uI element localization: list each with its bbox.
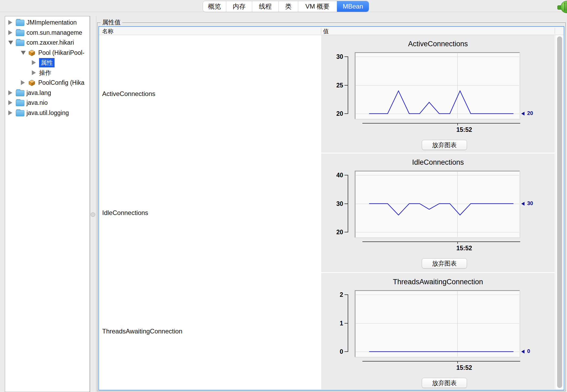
y-tick-label: 0 [327, 348, 343, 355]
chevron-right-icon[interactable] [8, 100, 12, 105]
tree-item-label[interactable]: java.lang [26, 89, 51, 97]
y-tick-label: 25 [327, 82, 343, 89]
mbean-cube-icon [28, 49, 35, 56]
jconsole-window: 概览内存线程类VM 概要MBean JMImplementationcom.su… [0, 0, 567, 392]
y-tick-label: 1 [327, 320, 343, 327]
tab-classes[interactable]: 类 [279, 1, 298, 12]
panel-splitter[interactable] [90, 16, 96, 392]
tab-vm-summary[interactable]: VM 概要 [298, 1, 337, 12]
tree-item--[interactable]: 操作 [5, 68, 90, 78]
y-tick-label: 20 [327, 110, 343, 117]
tree-item-com-sun-manageme[interactable]: com.sun.manageme [5, 28, 90, 38]
tab-overview[interactable]: 概览 [203, 1, 226, 12]
mbean-tree: JMImplementationcom.sun.managemecom.zaxx… [5, 16, 90, 392]
y-tick [344, 113, 348, 114]
column-header-name[interactable]: 名称 [102, 28, 113, 35]
attribute-name-cell[interactable]: ThreadsAwaitingConnection [99, 273, 321, 389]
attribute-name: ActiveConnections [102, 90, 155, 98]
x-tick-label: 15:52 [456, 364, 472, 371]
tree-item-pool-hikaripool-[interactable]: Pool (HikariPool- [5, 48, 90, 58]
y-tick [344, 323, 348, 324]
chevron-right-icon[interactable] [8, 30, 12, 35]
y-tick [344, 294, 348, 295]
folder-icon [16, 20, 24, 26]
attribute-name: ThreadsAwaitingConnection [102, 328, 182, 335]
y-tick-label: 30 [327, 200, 343, 207]
tree-item-label[interactable]: java.util.logging [26, 109, 69, 117]
chart-line [369, 204, 514, 215]
attribute-name: IdleConnections [102, 209, 148, 217]
groupbox-title: 属性值 [101, 19, 122, 26]
attributes-table: 名称值 ActiveConnectionsActiveConnections30… [98, 26, 564, 390]
scrollbar-thumb[interactable] [557, 36, 562, 388]
x-tick-label: 15:52 [456, 126, 472, 133]
table-header-row: 名称值 [99, 27, 564, 35]
splitter-handle[interactable] [91, 212, 95, 217]
tree-item-label[interactable]: com.sun.manageme [26, 29, 82, 36]
tree-item-label[interactable]: com.zaxxer.hikari [26, 39, 74, 46]
x-axis [362, 123, 520, 124]
column-separator[interactable] [321, 28, 321, 34]
folder-icon [16, 110, 24, 116]
x-tick [457, 241, 458, 244]
y-tick-label: 30 [327, 53, 343, 60]
tree-item-java-lang[interactable]: java.lang [5, 88, 90, 98]
current-value: 20 [527, 110, 533, 116]
current-value-arrow-icon [521, 350, 524, 353]
chevron-right-icon[interactable] [8, 110, 12, 115]
y-tick-label: 2 [327, 291, 343, 298]
tab-threads[interactable]: 线程 [252, 1, 279, 12]
tree-item-java-nio[interactable]: java.nio [5, 98, 90, 108]
tree-item-label[interactable]: 属性 [39, 58, 55, 67]
folder-icon [16, 30, 24, 36]
mbean-cube-icon [28, 79, 35, 86]
discard-chart-button[interactable]: 放弃图表 [422, 378, 467, 388]
folder-icon [16, 90, 24, 96]
chart-line-svg [355, 52, 520, 119]
chevron-right-icon[interactable] [21, 80, 25, 85]
tree-item-label[interactable]: PoolConfig (Hika [38, 79, 85, 86]
x-axis [362, 361, 520, 362]
tab-memory[interactable]: 内存 [226, 1, 252, 12]
tree-item-label[interactable]: java.nio [26, 99, 48, 106]
current-value-arrow-icon [521, 202, 524, 206]
y-tick [344, 85, 348, 86]
view-tab-bar: 概览内存线程类VM 概要MBean [203, 1, 369, 12]
tree-item-com-zaxxer-hikari[interactable]: com.zaxxer.hikari [5, 38, 90, 48]
column-header-value[interactable]: 值 [323, 28, 329, 35]
tree-item-label[interactable]: 操作 [39, 69, 51, 77]
tree-item-poolconfig-hika[interactable]: PoolConfig (Hika [5, 78, 90, 88]
current-value: 30 [527, 200, 533, 206]
chevron-right-icon[interactable] [8, 20, 12, 25]
y-tick-label: 40 [327, 171, 343, 179]
discard-chart-button[interactable]: 放弃图表 [422, 258, 467, 268]
chevron-down-icon[interactable] [8, 41, 13, 45]
chevron-right-icon[interactable] [32, 60, 36, 65]
chart-title: IdleConnections [321, 158, 555, 167]
y-axis [348, 175, 348, 232]
y-tick [344, 203, 348, 204]
folder-icon [16, 40, 24, 46]
folder-icon [16, 100, 24, 106]
y-tick [344, 56, 348, 57]
vertical-scrollbar[interactable] [555, 35, 564, 390]
chevron-down-icon[interactable] [21, 51, 26, 55]
discard-chart-button[interactable]: 放弃图表 [422, 140, 467, 150]
tree-item-label[interactable]: JMImplementation [26, 19, 77, 26]
chevron-right-icon[interactable] [32, 70, 36, 75]
chart-title: ThreadsAwaitingConnection [321, 278, 555, 286]
tree-item--[interactable]: 属性 [5, 58, 90, 68]
plug-ball-icon [561, 1, 567, 13]
tree-item-java-util-logging[interactable]: java.util.logging [5, 108, 90, 118]
y-axis [348, 56, 348, 114]
column-separator[interactable] [555, 28, 555, 34]
chart-line-svg [355, 290, 520, 357]
y-tick-label: 20 [327, 228, 343, 236]
attribute-name-cell[interactable]: ActiveConnections [99, 35, 321, 153]
attribute-name-cell[interactable]: IdleConnections [99, 153, 321, 272]
tab-mbean[interactable]: MBean [337, 1, 369, 12]
chevron-right-icon[interactable] [8, 90, 12, 95]
tree-item-label[interactable]: Pool (HikariPool- [38, 49, 85, 56]
x-tick [457, 361, 458, 363]
tree-item-jmimplementation[interactable]: JMImplementation [5, 18, 90, 28]
